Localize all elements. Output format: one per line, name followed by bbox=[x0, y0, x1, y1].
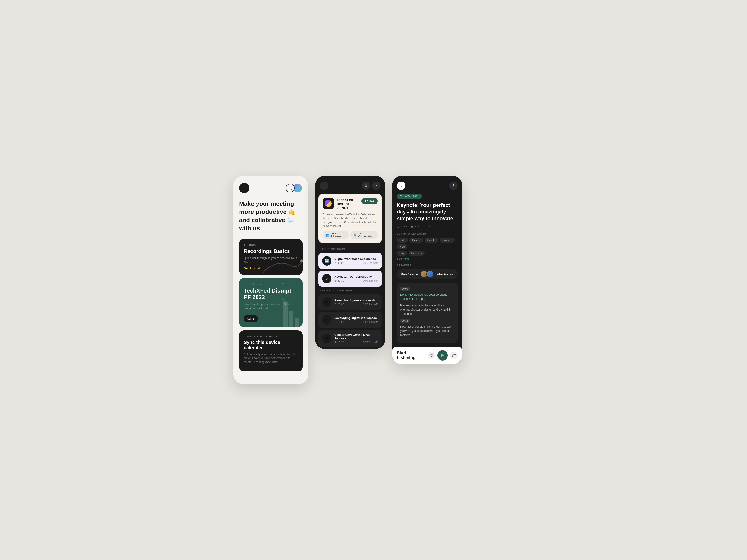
meeting-item-1[interactable]: 🔄 Digital workplace experience 40:02 20/… bbox=[318, 253, 382, 269]
see-more-link[interactable]: See more bbox=[397, 257, 458, 260]
org-logo-inner bbox=[325, 200, 332, 207]
tutorial-label: Tutorial bbox=[244, 244, 298, 246]
conversations-stat: 🎙️ 16 Conversation bbox=[351, 231, 378, 239]
recorded-name-3: Case Study: CWD's DWS Journey bbox=[334, 333, 378, 340]
recorded-info-3: Case Study: CWD's DWS Journey 10:30 20/6… bbox=[334, 333, 378, 344]
group-title: TechXFed Disrupt PF 2022 bbox=[244, 288, 298, 300]
transcript-text-2: Please welcome to the stage Nikas Allena… bbox=[400, 303, 454, 316]
followers-icon: 👥 bbox=[326, 233, 329, 237]
svg-text:10: 10 bbox=[431, 356, 432, 357]
back-button[interactable]: ‹ bbox=[320, 182, 328, 190]
player-label: StartListening bbox=[397, 350, 425, 361]
bar-chart bbox=[283, 299, 299, 327]
svg-point-0 bbox=[289, 187, 291, 189]
svg-rect-11 bbox=[411, 226, 413, 228]
recorded-time-2: 10:28 bbox=[334, 321, 344, 323]
keyword-day[interactable]: Day bbox=[397, 250, 407, 256]
recorded-item-2[interactable]: ✦ Leveraging digital workspace 10:28 19/… bbox=[318, 312, 382, 328]
recorded-name-2: Leveraging digital workspace bbox=[334, 316, 378, 320]
meeting-meta-2: 20:30 20/6 6:50 PM bbox=[334, 279, 378, 282]
recorded-info-2: Leveraging digital workspace 10:28 19/6 … bbox=[334, 316, 378, 323]
meeting-date-1: 20/6 2:42 AM bbox=[363, 262, 378, 264]
player-controls: 10 bbox=[428, 350, 458, 361]
detail-back-button[interactable]: ‹ bbox=[397, 182, 405, 190]
go-button[interactable]: Go › bbox=[244, 315, 258, 322]
transcript-text-3: Nik: A lot of people in life are going t… bbox=[400, 325, 454, 337]
recorded-time-3: 10:30 bbox=[334, 341, 344, 344]
keyword-kids[interactable]: Kids bbox=[397, 244, 407, 249]
latest-section-label: LATEST MEETINGS bbox=[315, 248, 385, 250]
timestamp-2: 00:32 bbox=[400, 319, 410, 323]
go-label: Go bbox=[248, 317, 252, 321]
org-info: TechXFed Disrupt PF 2021 bbox=[337, 198, 359, 210]
followers-stat: 👥 4655 Followers bbox=[323, 231, 349, 239]
keyword-build[interactable]: Build bbox=[397, 238, 408, 243]
recorded-item-3[interactable]: ✦ Case Study: CWD's DWS Journey 10:30 20… bbox=[318, 330, 382, 347]
recorded-date-3: 20/6 8:42 AM bbox=[363, 341, 378, 344]
meeting-date-2: 20/6 6:50 PM bbox=[363, 279, 378, 282]
org-name: TechXFed Disrupt bbox=[337, 198, 359, 206]
bar-label-800: 800 bbox=[282, 282, 286, 285]
app-logo[interactable] bbox=[239, 183, 249, 193]
detail-duration: 40:02 bbox=[397, 225, 407, 228]
keyword-people[interactable]: People bbox=[424, 238, 438, 243]
meeting-icon-2: ♪ bbox=[322, 274, 332, 283]
search-icon-dark[interactable] bbox=[362, 182, 370, 190]
recorded-meta-1: 20:02 19/6 2:42 AM bbox=[334, 303, 378, 306]
meeting-time-2: 20:30 bbox=[334, 279, 344, 282]
recorded-meta-3: 10:30 20/6 8:42 AM bbox=[334, 341, 378, 344]
speaker-nikas[interactable]: Nikas Allenas bbox=[434, 273, 456, 275]
meeting-info-2: Keynote: Your perfect day 20:30 20/6 6:5… bbox=[334, 275, 378, 282]
tutorial-card[interactable]: Tutorial Recordings Basics Quick walkthr… bbox=[239, 239, 303, 275]
recorded-date-2: 19/6 1:13 AM bbox=[363, 321, 378, 323]
transcript-text-1: Dom: Nik? Someone's gotta go buddy. That… bbox=[400, 293, 454, 301]
speaker-dom[interactable]: Dom Nicastro bbox=[399, 273, 420, 275]
group-label: Public Group bbox=[244, 283, 298, 286]
recorded-date-1: 19/6 2:42 AM bbox=[363, 303, 378, 306]
detail-more-button[interactable]: ⋮ bbox=[449, 182, 458, 190]
meeting-info-1: Digital workplace experience 40:02 20/6 … bbox=[334, 257, 378, 264]
tutorial-title: Recordings Basics bbox=[244, 248, 298, 254]
meeting-meta-1: 40:02 20/6 2:42 AM bbox=[334, 262, 378, 264]
group-card[interactable]: Public Group TechXFed Disrupt PF 2022 Se… bbox=[239, 278, 303, 327]
search-button[interactable] bbox=[286, 184, 294, 192]
transcript-section: 00:00 Dom: Nik? Someone's gotta go buddy… bbox=[397, 283, 458, 343]
speakers-section: SPEAKERS Dom Nicastro Nikas Allenas bbox=[397, 264, 458, 279]
screen-3-detail: ‹ ⋮ TechXFed 2021 Keynote: Your perfect … bbox=[392, 176, 462, 365]
keyword-design[interactable]: Design bbox=[409, 238, 423, 243]
keyword-incubator[interactable]: Incubator bbox=[409, 250, 425, 256]
org-logo bbox=[323, 198, 334, 209]
more-icon[interactable]: ⋮ bbox=[372, 182, 381, 190]
setup-card: Complete Your Setup Sync this device cal… bbox=[239, 330, 303, 371]
org-stats: 👥 4655 Followers 🎙️ 16 Conversation bbox=[323, 231, 378, 239]
top-right-icons bbox=[286, 183, 303, 193]
recorded-icon-1: ∞ bbox=[322, 297, 332, 307]
timestamp-1: 00:00 bbox=[400, 287, 410, 291]
summary-label: SUMMARY KEYWORDS bbox=[397, 233, 458, 235]
speakers-row: Dom Nicastro Nikas Allenas bbox=[397, 269, 458, 279]
setup-subtitle: Automatically name conversations based o… bbox=[244, 352, 298, 364]
meeting-name-1: Digital workplace experience bbox=[334, 257, 378, 261]
svg-marker-16 bbox=[441, 354, 444, 357]
org-card: TechXFed Disrupt PF 2021 Follow A meetin… bbox=[318, 194, 382, 243]
org-subname: PF 2021 bbox=[337, 206, 359, 210]
setup-title: Sync this device calender bbox=[244, 340, 298, 350]
meeting-name-2: Keynote: Your perfect day bbox=[334, 275, 378, 278]
svg-point-3 bbox=[365, 185, 367, 186]
keyword-hospital[interactable]: Hospital bbox=[440, 238, 455, 243]
meeting-item-2[interactable]: ♪ Keynote: Your perfect day 20:30 20/6 6… bbox=[318, 271, 382, 287]
recorded-info-1: Panel: Next generation work 20:02 19/6 2… bbox=[334, 298, 378, 306]
speakers-label: SPEAKERS bbox=[397, 264, 458, 267]
play-button[interactable] bbox=[437, 350, 448, 361]
recorded-meta-2: 10:28 19/6 1:13 AM bbox=[334, 321, 378, 323]
follow-button[interactable]: Follow bbox=[361, 198, 378, 205]
skip-back-button[interactable]: 10 bbox=[428, 352, 435, 359]
svg-line-4 bbox=[367, 186, 367, 187]
recorded-item-1[interactable]: ∞ Panel: Next generation work 20:02 19/6… bbox=[318, 294, 382, 310]
org-description: A meeting between the Technical Delegate… bbox=[323, 213, 378, 228]
recorded-time-1: 20:02 bbox=[334, 303, 344, 306]
summary-section: SUMMARY KEYWORDS Build Design People Hos… bbox=[397, 233, 458, 260]
recorded-section-label: YESTERDAY'S RECORDED bbox=[315, 289, 385, 292]
skip-forward-button[interactable] bbox=[450, 352, 458, 359]
keywords-row-2: Day Incubator bbox=[397, 250, 458, 256]
